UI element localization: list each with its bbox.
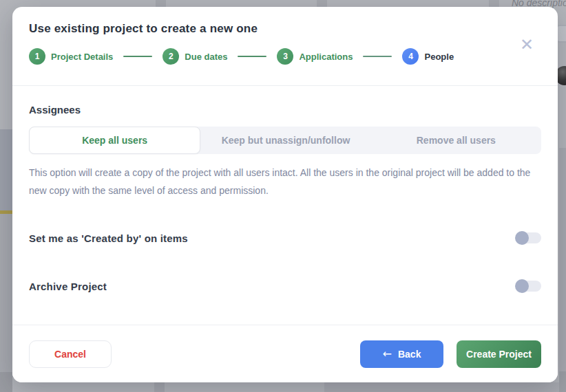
assignees-segmented-control: Keep all users Keep but unassign/unfollo…	[29, 127, 541, 154]
stepper-connector	[238, 56, 266, 57]
modal-header: Use existing project to create a new one…	[12, 7, 558, 86]
kanban-column-gap	[154, 382, 165, 392]
background-card-edge	[0, 214, 12, 372]
toggle-knob	[515, 231, 529, 245]
background-card-edge	[559, 371, 566, 392]
archive-project-toggle-label: Archive Project	[29, 281, 107, 292]
cancel-button[interactable]: Cancel	[29, 340, 112, 368]
option-keep-but-unassign[interactable]: Keep but unassign/unfollow	[200, 127, 370, 154]
stepper-connector	[363, 56, 392, 57]
step-number-badge: 2	[163, 48, 179, 65]
clone-project-modal: Use existing project to create a new one…	[12, 7, 558, 382]
step-number-badge: 1	[29, 48, 45, 65]
back-button[interactable]: ←Back	[360, 340, 443, 368]
step-project-details[interactable]: 1 Project Details	[29, 48, 113, 65]
kanban-column-gap	[489, 0, 499, 7]
assignees-option-description: This option will create a copy of the pr…	[29, 164, 532, 199]
step-label: Project Details	[51, 52, 113, 62]
close-icon[interactable]: ✕	[518, 36, 536, 54]
wizard-stepper: 1 Project Details 2 Due dates 3 Applicat…	[29, 48, 541, 65]
step-applications[interactable]: 3 Applications	[277, 48, 353, 65]
background-card-edge	[0, 129, 12, 210]
back-button-label: Back	[398, 349, 421, 360]
assignees-heading: Assignees	[29, 104, 541, 116]
background-card-edge	[0, 372, 12, 392]
footer-actions: ←Back Create Project	[360, 340, 541, 368]
stepper-connector	[123, 56, 152, 57]
background-card-edge	[559, 148, 566, 371]
modal-body: Assignees Keep all users Keep but unassi…	[12, 86, 558, 293]
created-by-toggle-label: Set me as 'Created by' on items	[29, 232, 188, 244]
step-number-badge: 3	[277, 48, 293, 65]
archive-project-toggle-row: Archive Project	[29, 279, 541, 293]
back-arrow-icon: ←	[383, 347, 392, 360]
step-people[interactable]: 4 People	[402, 48, 454, 65]
option-remove-all-users[interactable]: Remove all users	[371, 127, 541, 154]
step-label: Due dates	[185, 52, 227, 62]
step-number-badge: 4	[402, 48, 419, 65]
archive-project-toggle[interactable]	[515, 279, 541, 293]
created-by-toggle-row: Set me as 'Created by' on items	[29, 231, 541, 245]
toggle-knob	[515, 279, 529, 293]
created-by-toggle[interactable]	[515, 231, 541, 245]
option-keep-all-users[interactable]: Keep all users	[29, 127, 200, 154]
modal-footer: Cancel ←Back Create Project	[12, 325, 558, 382]
create-project-button[interactable]: Create Project	[457, 340, 541, 368]
step-due-dates[interactable]: 2 Due dates	[163, 48, 227, 65]
kanban-column-gap	[156, 0, 166, 7]
step-label: People	[424, 52, 454, 62]
kanban-column-gap	[317, 0, 327, 7]
kanban-column-background	[324, 382, 566, 392]
modal-title: Use existing project to create a new one	[29, 22, 541, 36]
step-label: Applications	[299, 52, 353, 62]
